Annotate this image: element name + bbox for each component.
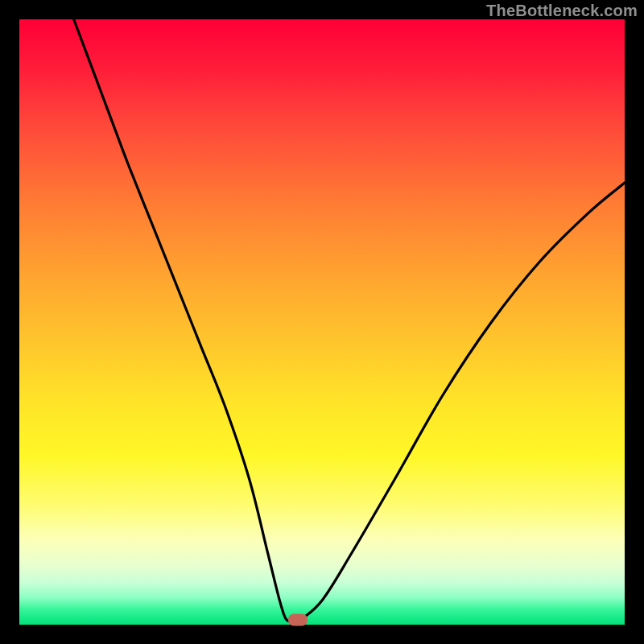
plot-area	[19, 19, 625, 625]
bottleneck-curve	[19, 19, 625, 625]
watermark-text: TheBottleneck.com	[486, 2, 638, 20]
optimum-marker	[288, 613, 308, 625]
chart-container: TheBottleneck.com	[0, 0, 644, 644]
